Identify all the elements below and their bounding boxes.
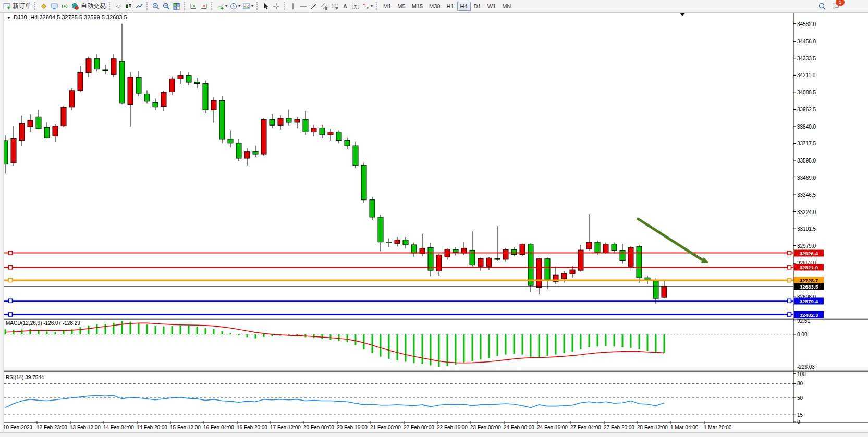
cursor-icon — [262, 2, 270, 10]
auto-trading-button[interactable]: 自动交易 — [70, 1, 107, 11]
price-axis-tick: 33101.5 — [797, 226, 816, 232]
chevron-down-icon[interactable]: ▾ — [251, 4, 253, 8]
price-hline-32482.3[interactable] — [4, 313, 793, 316]
linechart-icon — [135, 2, 143, 10]
price-axis-tick: 34456.0 — [797, 39, 816, 44]
time-axis-label: 22 Feb 16:00 — [437, 424, 468, 430]
timeframe-H4-button[interactable]: H4 — [457, 2, 471, 11]
text-label-tool-button[interactable]: T — [350, 1, 361, 11]
text-tool-button[interactable]: A — [340, 1, 350, 11]
price-badge-32579.4: 32579.4 — [794, 297, 824, 304]
templates-button[interactable]: ▾ — [241, 1, 254, 11]
candlestick-mode-button[interactable] — [124, 1, 134, 11]
line-handle[interactable] — [788, 251, 791, 255]
textA-icon: A — [341, 2, 349, 10]
candlestick-series[interactable] — [3, 24, 667, 304]
price-hline-32728.7[interactable] — [4, 279, 793, 282]
chart-expander-icon[interactable]: ▼ — [7, 16, 11, 20]
auto-scroll-button[interactable] — [188, 1, 199, 11]
line-handle[interactable] — [9, 279, 13, 282]
cursor-button[interactable] — [261, 1, 271, 11]
price-axis-tick: 33962.5 — [797, 107, 816, 113]
rsi-indicator — [4, 383, 793, 415]
price-axis-tick: 33717.5 — [797, 141, 816, 146]
line-handle[interactable] — [788, 299, 791, 303]
search-icon[interactable] — [817, 1, 827, 11]
chart-shift-marker[interactable] — [680, 13, 685, 16]
chart-svg[interactable] — [0, 12, 868, 437]
price-axis-tick: 33840.0 — [797, 123, 816, 129]
toolbar-separator — [34, 2, 36, 10]
crosshair-button[interactable] — [271, 1, 282, 11]
vertical-line-tool-button[interactable] — [288, 1, 298, 11]
rsi-axis-tick: 80 — [797, 381, 803, 386]
new-order-button[interactable]: 新订单 — [2, 1, 32, 11]
zoom-in-button[interactable] — [151, 1, 161, 11]
price-hline-32821.9[interactable] — [4, 266, 793, 269]
data-window-button[interactable] — [49, 1, 59, 11]
timeframe-M30-button[interactable]: M30 — [426, 2, 443, 11]
market-watch-button[interactable] — [39, 1, 49, 11]
zoom-out-button[interactable] — [161, 1, 172, 11]
chevron-down-icon[interactable]: ▾ — [371, 4, 373, 8]
price-badge-32683.5: 32683.5 — [794, 283, 824, 290]
arrows-tool-button[interactable]: ▾ — [361, 1, 374, 11]
chart-shift-button[interactable] — [199, 1, 209, 11]
rsi-axis-tick: 100 — [797, 371, 806, 377]
line-handle[interactable] — [788, 313, 791, 316]
chart-title-text: DJ30-,H4 32604.5 32725.5 32599.5 32683.5 — [14, 14, 127, 20]
line-handle[interactable] — [9, 251, 13, 255]
notifications-icon[interactable]: 1 — [830, 1, 841, 11]
line-handle[interactable] — [788, 279, 791, 282]
time-axis-label: 22 Feb 00:00 — [404, 424, 434, 430]
price-badge-32821.9: 32821.9 — [794, 264, 824, 271]
time-axis-label: 13 Feb 12:00 — [70, 424, 101, 430]
line-handle[interactable] — [788, 266, 791, 269]
timeframe-W1-button[interactable]: W1 — [484, 2, 499, 11]
price-badge-32482.3: 32482.3 — [794, 311, 824, 318]
timeframe-M1-button[interactable]: M1 — [380, 2, 394, 11]
periods-button[interactable]: ▾ — [228, 1, 241, 11]
time-axis-label: 23 Feb 08:00 — [470, 424, 501, 430]
arrow-annotation[interactable] — [637, 218, 709, 263]
chevron-down-icon[interactable]: ▾ — [238, 4, 240, 8]
svg-text:A: A — [343, 3, 347, 9]
signals-button[interactable] — [59, 1, 70, 11]
signal-icon — [60, 2, 69, 10]
price-hline-32926.4[interactable] — [4, 251, 793, 255]
time-axis-label: 1 Mar 04:00 — [670, 424, 698, 430]
toolbar-items: 新订单自动交易▾▾▾EFAT▾M1M5M15M30H1H4D1W1MN — [2, 1, 817, 11]
chart-canvas[interactable] — [0, 12, 868, 437]
chart-window[interactable]: ▼DJ30-,H4 32604.5 32725.5 32599.5 32683.… — [0, 12, 868, 437]
equidistant-channel-tool-button[interactable]: E — [319, 1, 329, 11]
price-axis-tick: 34582.0 — [797, 21, 816, 27]
toolbar-separator — [284, 2, 286, 10]
bars-icon — [114, 2, 123, 10]
zoomin-icon — [152, 2, 160, 10]
horizontal-line-tool-button[interactable] — [298, 1, 309, 11]
price-hline-32579.4[interactable] — [4, 299, 793, 303]
line-handle[interactable] — [9, 313, 13, 316]
rsi-line — [5, 395, 664, 407]
price-axis-tick: 33224.0 — [797, 209, 816, 215]
chevron-down-icon[interactable]: ▾ — [225, 4, 227, 8]
indicators-button[interactable]: ▾ — [215, 1, 228, 11]
tile-windows-button[interactable] — [172, 1, 182, 11]
time-axis-label: 24 Feb 16:00 — [537, 424, 568, 430]
timeframe-H1-button[interactable]: H1 — [443, 2, 457, 11]
timeframe-M15-button[interactable]: M15 — [409, 2, 426, 11]
crosshair-icon — [272, 2, 280, 10]
fibonacci-tool-button[interactable]: F — [329, 1, 340, 11]
toolbar-separator — [109, 2, 111, 10]
trendline-tool-button[interactable] — [309, 1, 319, 11]
toolbar-separator — [376, 2, 378, 10]
price-axis-tick: 32979.0 — [797, 243, 816, 248]
bar-chart-mode-button[interactable] — [113, 1, 124, 11]
time-axis-label: 27 Feb 04:00 — [570, 424, 601, 430]
timeframe-D1-button[interactable]: D1 — [471, 2, 484, 11]
line-handle[interactable] — [9, 299, 13, 303]
line-handle[interactable] — [9, 266, 13, 269]
timeframe-M5-button[interactable]: M5 — [394, 2, 408, 11]
line-chart-mode-button[interactable] — [134, 1, 144, 11]
timeframe-MN-button[interactable]: MN — [499, 2, 514, 11]
